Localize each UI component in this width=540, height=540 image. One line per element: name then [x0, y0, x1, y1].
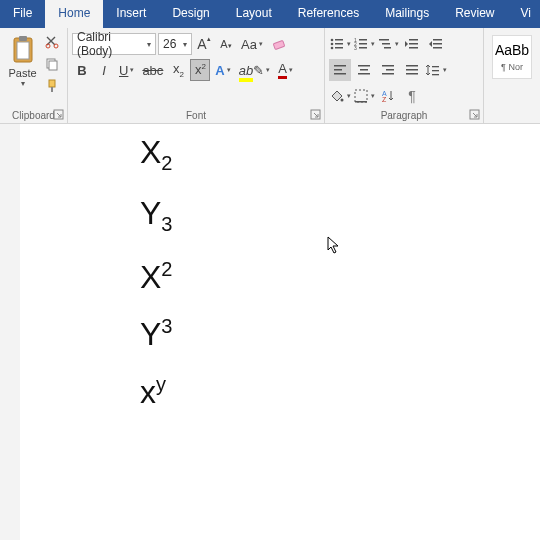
- indent-icon: [428, 36, 444, 52]
- group-styles: AaBb ¶ Nor: [484, 28, 540, 123]
- svg-rect-41: [382, 73, 394, 75]
- tab-design[interactable]: Design: [159, 0, 222, 28]
- svg-rect-10: [273, 40, 284, 49]
- shrink-font-icon: A: [220, 38, 227, 50]
- subscript-button[interactable]: x2: [168, 59, 188, 81]
- svg-rect-33: [334, 65, 346, 67]
- left-margin: [0, 124, 20, 540]
- font-name-value: Calibri (Body): [77, 30, 143, 58]
- font-size-value: 26: [163, 37, 176, 51]
- svg-text:3: 3: [354, 45, 357, 51]
- multilevel-icon: [377, 36, 393, 52]
- tab-mailings[interactable]: Mailings: [372, 0, 442, 28]
- style-name: ¶ Nor: [501, 62, 523, 72]
- svg-rect-35: [334, 73, 346, 75]
- align-left-icon: [332, 62, 348, 78]
- borders-icon: [353, 88, 369, 104]
- paste-button[interactable]: Paste ▾: [4, 31, 41, 109]
- increase-indent-button[interactable]: [425, 33, 447, 55]
- tab-review[interactable]: Review: [442, 0, 507, 28]
- svg-rect-29: [409, 47, 418, 49]
- svg-rect-8: [51, 87, 53, 92]
- svg-rect-25: [382, 43, 390, 45]
- svg-rect-49: [355, 90, 367, 102]
- style-preview-text: AaBb: [495, 42, 529, 58]
- group-paragraph: ▾ 123▾ ▾ ▾ ▾ ▾ AZ ¶ Paragraph: [325, 28, 484, 123]
- justify-button[interactable]: [401, 59, 423, 81]
- underline-button[interactable]: U▾: [116, 59, 137, 81]
- cut-button[interactable]: [43, 33, 61, 51]
- sort-button[interactable]: AZ: [377, 85, 399, 107]
- tab-file[interactable]: File: [0, 0, 45, 28]
- grow-font-button[interactable]: A▴: [194, 33, 214, 55]
- doc-line-2: Y3: [140, 197, 540, 234]
- svg-rect-1: [17, 42, 29, 59]
- font-size-combo[interactable]: 26▾: [158, 33, 192, 55]
- svg-rect-42: [406, 65, 418, 67]
- align-center-button[interactable]: [353, 59, 375, 81]
- align-left-button[interactable]: [329, 59, 351, 81]
- sort-icon: AZ: [380, 88, 396, 104]
- grow-font-icon: A: [197, 36, 206, 52]
- doc-line-4: Y3: [140, 316, 540, 350]
- bold-button[interactable]: B: [72, 59, 92, 81]
- svg-rect-40: [386, 69, 394, 71]
- shrink-font-button[interactable]: A▾: [216, 33, 236, 55]
- svg-rect-45: [432, 66, 439, 67]
- svg-point-4: [54, 44, 58, 48]
- ribbon-tabs: File Home Insert Design Layout Reference…: [0, 0, 540, 28]
- workspace: X2 Y3 X2 Y3 xy: [0, 124, 540, 540]
- svg-rect-31: [433, 43, 442, 45]
- font-color-icon: A: [278, 61, 287, 79]
- shading-button[interactable]: ▾: [329, 85, 351, 107]
- bucket-icon: [329, 88, 345, 104]
- tab-home[interactable]: Home: [45, 0, 103, 28]
- svg-rect-44: [406, 73, 418, 75]
- decrease-indent-button[interactable]: [401, 33, 423, 55]
- align-right-button[interactable]: [377, 59, 399, 81]
- multilevel-list-button[interactable]: ▾: [377, 33, 399, 55]
- group-label-paragraph: Paragraph: [325, 108, 483, 123]
- format-painter-button[interactable]: [43, 77, 61, 95]
- highlight-button[interactable]: ab✎▾: [236, 59, 273, 81]
- italic-button[interactable]: I: [94, 59, 114, 81]
- svg-rect-26: [384, 47, 391, 49]
- dialog-launcher-font[interactable]: [310, 109, 321, 120]
- svg-rect-15: [335, 43, 343, 45]
- font-name-combo[interactable]: Calibri (Body)▾: [72, 33, 156, 55]
- copy-button[interactable]: [43, 55, 61, 73]
- clear-formatting-button[interactable]: [268, 33, 290, 55]
- superscript-button[interactable]: x2: [190, 59, 210, 81]
- show-hide-button[interactable]: ¶: [401, 85, 423, 107]
- svg-rect-37: [360, 69, 368, 71]
- bullets-button[interactable]: ▾: [329, 33, 351, 55]
- borders-button[interactable]: ▾: [353, 85, 375, 107]
- svg-rect-30: [433, 39, 442, 41]
- brush-icon: [45, 79, 59, 93]
- font-color-button[interactable]: A▾: [275, 59, 296, 81]
- tab-view[interactable]: Vi: [508, 0, 540, 28]
- numbering-icon: 123: [353, 36, 369, 52]
- text-effects-button[interactable]: A▾: [212, 59, 233, 81]
- strikethrough-button[interactable]: abc: [139, 59, 166, 81]
- svg-rect-7: [49, 80, 55, 87]
- svg-rect-24: [379, 39, 389, 41]
- change-case-button[interactable]: Aa▾: [238, 33, 266, 55]
- justify-icon: [404, 62, 420, 78]
- dialog-launcher-paragraph[interactable]: [469, 109, 480, 120]
- chevron-down-icon: ▾: [147, 40, 151, 49]
- tab-references[interactable]: References: [285, 0, 372, 28]
- document-page[interactable]: X2 Y3 X2 Y3 xy: [20, 124, 540, 540]
- numbering-button[interactable]: 123▾: [353, 33, 375, 55]
- tab-layout[interactable]: Layout: [223, 0, 285, 28]
- line-spacing-button[interactable]: ▾: [425, 59, 447, 81]
- outdent-icon: [404, 36, 420, 52]
- dialog-launcher-clipboard[interactable]: [53, 109, 64, 120]
- align-center-icon: [356, 62, 372, 78]
- svg-point-16: [331, 47, 334, 50]
- svg-rect-2: [19, 36, 27, 41]
- align-right-icon: [380, 62, 396, 78]
- style-normal[interactable]: AaBb ¶ Nor: [492, 35, 532, 79]
- ribbon: Paste ▾ Clipboard Calibri (Body)▾: [0, 28, 540, 124]
- tab-insert[interactable]: Insert: [103, 0, 159, 28]
